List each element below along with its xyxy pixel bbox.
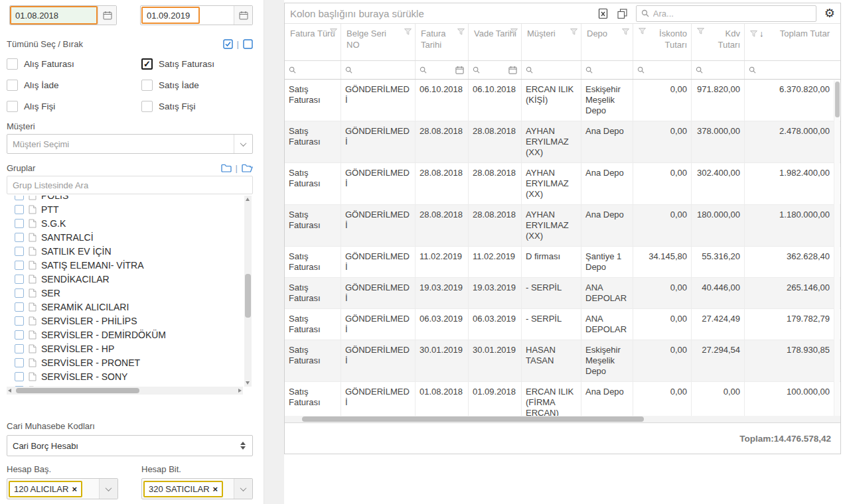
filter-cell-depo[interactable] [581, 61, 633, 79]
remove-tag-icon[interactable]: × [72, 485, 77, 493]
grid-row[interactable]: Satış FaturasıGÖNDERİLMEDİ28.08.201828.0… [285, 121, 840, 163]
group-item-serami-k-alicilari[interactable]: SERAMİK ALICILARI [15, 300, 253, 314]
group-item-servi-sler-phi-li-ps[interactable]: SERVİSLER - PHİLİPS [15, 314, 253, 328]
search-icon[interactable] [420, 66, 427, 74]
settings-gear-icon[interactable]: ⚙ [824, 7, 835, 19]
tree-vertical-scrollbar[interactable] [244, 196, 252, 387]
filter-funnel-icon[interactable] [570, 29, 577, 35]
folder-closed-icon[interactable] [221, 164, 232, 172]
tree-horizontal-scrollbar[interactable] [7, 387, 243, 395]
filter-cell-m-teri[interactable] [522, 61, 581, 79]
filter-cell-belge-seri-no[interactable] [341, 61, 416, 79]
group-search-input[interactable] [7, 176, 253, 194]
group-checkbox[interactable] [15, 288, 24, 298]
filter-funnel-icon[interactable] [639, 28, 646, 34]
folder-open-icon[interactable] [242, 164, 253, 172]
group-by-panel-hint[interactable]: Kolon başlığını buraya sürükle [290, 8, 589, 19]
date-from-picker[interactable]: 01.08.2018 [9, 5, 117, 25]
group-checkbox[interactable] [15, 330, 24, 340]
calendar-icon[interactable] [508, 66, 517, 74]
column-header-depo[interactable]: Depo [581, 24, 633, 60]
group-item-sendi-kacilar[interactable]: SENDİKACILAR [15, 272, 253, 286]
grid-search-box[interactable] [636, 5, 816, 22]
checkbox-al-faturas[interactable]: Alış Faturası [7, 58, 141, 70]
filter-cell-toplam-tutar[interactable] [745, 61, 834, 79]
scrollbar-thumb[interactable] [245, 274, 251, 318]
group-checkbox[interactable] [15, 275, 24, 284]
checkbox-box[interactable]: ✓ [141, 58, 153, 70]
group-checkbox[interactable] [15, 372, 24, 381]
checkbox-sat-i-ade[interactable]: Satış İade [141, 80, 253, 91]
column-header-fatura-tarihi[interactable]: Fatura Tarihi [416, 24, 469, 60]
checkbox-al-i-ade[interactable]: Alış İade [7, 80, 141, 91]
calendar-icon[interactable] [234, 6, 252, 25]
scrollbar-thumb[interactable] [302, 416, 644, 422]
group-item-servi-sler-sony[interactable]: SERVİSLER - SONY [15, 369, 253, 383]
chevron-down-icon[interactable] [99, 479, 117, 499]
search-icon[interactable] [526, 66, 533, 74]
group-checkbox[interactable] [15, 219, 24, 228]
chevron-down-icon[interactable] [234, 479, 252, 499]
copy-layout-icon[interactable] [617, 8, 628, 19]
checkbox-sat-fi-i[interactable]: Satış Fişi [141, 101, 253, 112]
filter-funnel-icon[interactable] [510, 29, 518, 35]
search-icon[interactable] [637, 66, 645, 74]
grid-row[interactable]: Satış FaturasıGÖNDERİLMEDİ06.03.201906.0… [285, 309, 840, 340]
grid-horizontal-scrollbar[interactable] [285, 416, 840, 422]
column-header-belge-seri-no[interactable]: Belge Seri NO [341, 24, 416, 60]
scroll-up-icon[interactable] [246, 198, 250, 201]
filter-cell-i-skonto-tutar[interactable] [633, 61, 692, 79]
grid-row[interactable]: Satış FaturasıGÖNDERİLMEDİ19.03.201919.0… [285, 278, 840, 309]
group-checkbox[interactable] [15, 316, 24, 326]
grid-search-input[interactable] [653, 9, 811, 19]
group-checkbox[interactable] [15, 358, 24, 367]
group-item-santralci[interactable]: SANTRALCİ [15, 230, 253, 244]
search-icon[interactable] [696, 66, 703, 74]
grid-row[interactable]: Satış FaturasıGÖNDERİLMEDİ01.08.201801.0… [285, 382, 840, 416]
scroll-down-icon[interactable] [246, 381, 250, 385]
scroll-left-icon[interactable] [8, 389, 11, 393]
grid-row[interactable]: Satış FaturasıGÖNDERİLMEDİ28.08.201828.0… [285, 163, 840, 205]
grid-row[interactable]: Satış FaturasıGÖNDERİLMEDİ30.01.201930.0… [285, 340, 840, 382]
group-checkbox[interactable] [15, 261, 24, 270]
filter-funnel-icon[interactable] [622, 29, 629, 35]
filter-cell-vade-tarihi[interactable] [469, 61, 522, 79]
account-start-select[interactable]: 120 ALICILAR × [7, 478, 118, 499]
group-item-ptt[interactable]: PTT [15, 202, 253, 216]
date-from-value[interactable]: 01.08.2018 [10, 6, 98, 25]
column-header-vade-tarihi[interactable]: Vade Tarihi [469, 24, 522, 60]
column-header-kdv-tutar[interactable]: Kdv Tutarı [692, 24, 745, 60]
checkbox-box[interactable] [7, 80, 18, 91]
checkbox-al-fi-i[interactable]: Alış Fişi [7, 101, 141, 112]
group-item-servi-sler-demi-rd-k-m[interactable]: SERVİSLER - DEMİRDÖKÜM [15, 328, 253, 342]
scrollbar-thumb[interactable] [16, 388, 139, 393]
remove-tag-icon[interactable]: × [213, 485, 218, 493]
search-icon[interactable] [473, 66, 480, 74]
scroll-right-icon[interactable] [238, 389, 242, 393]
group-checkbox[interactable] [15, 302, 24, 312]
group-item-sati-elemani-vi-tra[interactable]: SATIŞ ELEMANI- VİTRA [15, 258, 253, 272]
deselect-all-icon[interactable] [243, 39, 253, 49]
grid-row[interactable]: Satış FaturasıGÖNDERİLMEDİ11.02.201911.0… [285, 247, 840, 278]
grid-row[interactable]: Satış FaturasıGÖNDERİLMEDİ28.08.201828.0… [285, 205, 840, 247]
group-item-servi-sler-hp[interactable]: SERVİSLER - HP [15, 342, 253, 355]
filter-funnel-icon[interactable] [750, 31, 757, 37]
filter-cell-kdv-tutar[interactable] [692, 61, 745, 79]
search-icon[interactable] [585, 66, 593, 74]
group-checkbox[interactable] [15, 205, 24, 214]
checkbox-box[interactable] [7, 101, 18, 112]
select-all-icon[interactable] [223, 39, 233, 49]
customer-select[interactable]: Müşteri Seçimi [7, 134, 253, 154]
checkbox-box[interactable] [141, 101, 153, 112]
grid-vertical-scrollbar[interactable] [834, 80, 840, 416]
group-item-poli-s[interactable]: POLİS [15, 196, 253, 202]
group-item-servi-sler-pronet[interactable]: SERVİSLER - PRONET [15, 355, 253, 369]
filter-cell-fatura-t-r[interactable] [285, 61, 341, 79]
column-header-m-teri[interactable]: Müşteri [522, 24, 581, 60]
calendar-icon[interactable] [98, 6, 116, 25]
date-to-picker[interactable]: 01.09.2019 [140, 5, 253, 25]
scrollbar-thumb[interactable] [835, 82, 840, 117]
group-checkbox[interactable] [15, 196, 24, 200]
filter-funnel-icon[interactable] [404, 29, 412, 35]
column-header-fatura-t-r[interactable]: Fatura Türü [285, 24, 341, 60]
